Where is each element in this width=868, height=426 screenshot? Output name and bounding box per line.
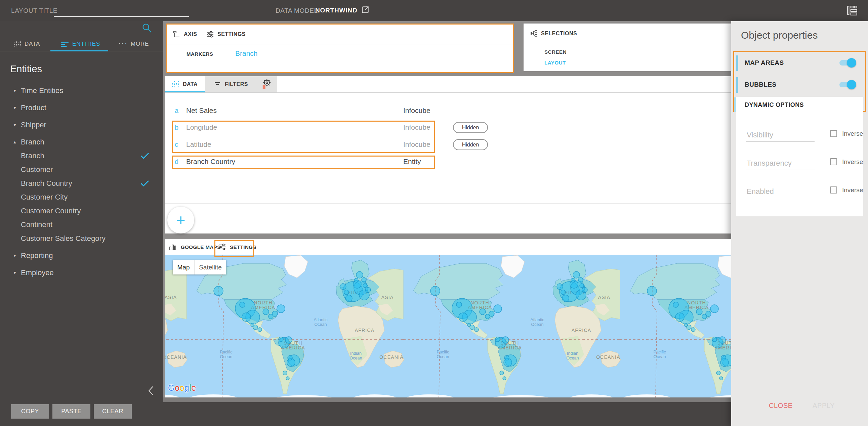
inverse-checkbox[interactable] bbox=[830, 187, 837, 194]
layout-panels-icon[interactable] bbox=[846, 4, 858, 17]
inverse-checkbox[interactable] bbox=[830, 158, 837, 165]
map-bubble[interactable] bbox=[286, 376, 289, 380]
map-bubble[interactable] bbox=[277, 305, 285, 313]
tab-axis[interactable]: AXIS bbox=[173, 25, 197, 44]
sidebar-group-branch[interactable]: ▲Branch bbox=[0, 135, 155, 149]
map-bubble[interactable] bbox=[571, 278, 575, 282]
map-bubble[interactable] bbox=[340, 284, 346, 290]
sidebar-group-time-entities[interactable]: ▼Time Entities bbox=[0, 84, 155, 97]
sidebar-group-employee[interactable]: ▼Employee bbox=[0, 266, 155, 280]
tab-settings[interactable]: SETTINGS bbox=[206, 25, 246, 44]
map-bubble[interactable] bbox=[578, 277, 583, 282]
apply-button[interactable]: APPLY bbox=[810, 401, 837, 410]
map-type-map-button[interactable]: Map bbox=[173, 260, 194, 274]
tab-data-settings[interactable] bbox=[255, 76, 277, 92]
map-bubble[interactable] bbox=[562, 295, 569, 302]
map-bubble[interactable] bbox=[345, 295, 352, 302]
map-bubble[interactable] bbox=[479, 309, 486, 315]
map-bubble[interactable] bbox=[502, 337, 509, 343]
data-row-b[interactable]: bLongitudeInfocubeHidden bbox=[165, 121, 731, 134]
map-bubble[interactable] bbox=[263, 309, 269, 315]
map-bubble[interactable] bbox=[712, 337, 717, 342]
copy-button[interactable]: COPY bbox=[11, 404, 49, 419]
map-bubble[interactable] bbox=[676, 313, 684, 322]
sidebar-item-customer-city[interactable]: Customer City bbox=[0, 191, 155, 204]
transparency-field[interactable] bbox=[746, 157, 814, 170]
enabled-field[interactable] bbox=[746, 185, 814, 198]
map-bubble[interactable] bbox=[495, 337, 500, 342]
map-bubble[interactable] bbox=[673, 302, 679, 307]
data-row-d[interactable]: dBranch CountryEntity bbox=[165, 155, 731, 169]
map-bubble[interactable] bbox=[288, 355, 292, 360]
map-bubble[interactable] bbox=[647, 286, 657, 296]
tab-filters[interactable]: FILTERS bbox=[205, 76, 255, 92]
map-bubble[interactable] bbox=[459, 313, 467, 322]
paste-button[interactable]: PASTE bbox=[53, 404, 90, 419]
data-row-a[interactable]: aNet SalesInfocube bbox=[165, 104, 731, 118]
horizontal-scrollbar[interactable] bbox=[163, 397, 731, 402]
sidebar-item-customer-sales-category[interactable]: Customer Sales Category bbox=[0, 232, 155, 245]
map-bubble[interactable] bbox=[242, 313, 251, 322]
chevron-left-icon[interactable] bbox=[147, 386, 155, 396]
map-bubble[interactable] bbox=[431, 286, 440, 296]
map-bubble[interactable] bbox=[467, 323, 471, 327]
map-bubble[interactable] bbox=[283, 371, 287, 375]
map-bubble[interactable] bbox=[489, 311, 494, 317]
sidebar-item-branch-country[interactable]: Branch Country bbox=[0, 177, 155, 190]
visibility-field[interactable] bbox=[746, 129, 814, 142]
map-bubble[interactable] bbox=[356, 271, 363, 278]
close-button[interactable]: CLOSE bbox=[767, 401, 795, 410]
map-bubble[interactable] bbox=[503, 376, 506, 380]
sidebar-group-reporting[interactable]: ▼Reporting bbox=[0, 249, 155, 262]
selection-item-screen[interactable]: SCREEN bbox=[545, 49, 566, 55]
map-bubble[interactable] bbox=[272, 311, 278, 317]
map-bubble[interactable] bbox=[719, 376, 723, 380]
google-map[interactable]: ASIANORTHAMERICASOUTHAMERICAAFRICAEUROPE… bbox=[165, 255, 731, 397]
add-data-button[interactable]: + bbox=[167, 207, 194, 233]
sidebar-item-customer[interactable]: Customer bbox=[0, 163, 155, 176]
map-bubble[interactable] bbox=[474, 328, 478, 332]
tab-data[interactable]: DATA bbox=[165, 76, 205, 92]
map-bubble[interactable] bbox=[719, 337, 725, 343]
hidden-button[interactable]: Hidden bbox=[453, 122, 488, 133]
map-bubble[interactable] bbox=[456, 302, 462, 307]
map-bubble[interactable] bbox=[362, 277, 366, 282]
data-row-c[interactable]: cLatitudeInfocubeHidden bbox=[165, 138, 731, 152]
map-bubble[interactable] bbox=[285, 337, 292, 343]
map-bubble[interactable] bbox=[684, 323, 687, 327]
map-bubble[interactable] bbox=[716, 371, 720, 375]
map-bubble[interactable] bbox=[706, 311, 711, 317]
map-bubble[interactable] bbox=[240, 302, 245, 307]
map-bubble[interactable] bbox=[363, 284, 367, 288]
map-bubble[interactable] bbox=[710, 305, 718, 313]
map-bubble[interactable] bbox=[279, 337, 283, 342]
map-bubble[interactable] bbox=[721, 355, 726, 360]
markers-value[interactable]: Branch bbox=[235, 50, 258, 58]
clear-button[interactable]: CLEAR bbox=[94, 404, 132, 419]
map-bubble[interactable] bbox=[365, 287, 371, 293]
map-bubble[interactable] bbox=[354, 278, 358, 282]
map-bubble[interactable] bbox=[580, 284, 584, 288]
map-type-satellite-button[interactable]: Satellite bbox=[194, 260, 226, 274]
sidebar-item-continent[interactable]: Continent bbox=[0, 218, 155, 231]
layout-title-input[interactable] bbox=[54, 5, 189, 17]
sidebar-group-product[interactable]: ▼Product bbox=[0, 101, 155, 114]
sidebar-item-customer-country[interactable]: Customer Country bbox=[0, 204, 155, 218]
map-bubble[interactable] bbox=[573, 271, 580, 278]
external-link-icon[interactable] bbox=[361, 5, 370, 14]
map-bubble[interactable] bbox=[557, 284, 563, 290]
map-bubble[interactable] bbox=[258, 328, 262, 332]
map-bubble[interactable] bbox=[561, 290, 565, 295]
google-logo[interactable]: Google bbox=[168, 383, 196, 393]
map-bubble[interactable] bbox=[582, 287, 587, 293]
sidebar-item-branch[interactable]: Branch bbox=[0, 149, 155, 163]
inverse-checkbox[interactable] bbox=[830, 130, 837, 137]
map-bubble[interactable] bbox=[691, 328, 695, 332]
map-bubble[interactable] bbox=[504, 355, 509, 360]
map-bubble[interactable] bbox=[214, 286, 223, 296]
hidden-button[interactable]: Hidden bbox=[453, 139, 488, 150]
map-bubble[interactable] bbox=[500, 371, 504, 375]
tab-map-settings[interactable]: SETTINGS bbox=[218, 239, 256, 255]
tab-google-maps[interactable]: GOOGLE MAPS bbox=[169, 239, 221, 255]
selection-item-layout[interactable]: LAYOUT bbox=[545, 60, 566, 66]
